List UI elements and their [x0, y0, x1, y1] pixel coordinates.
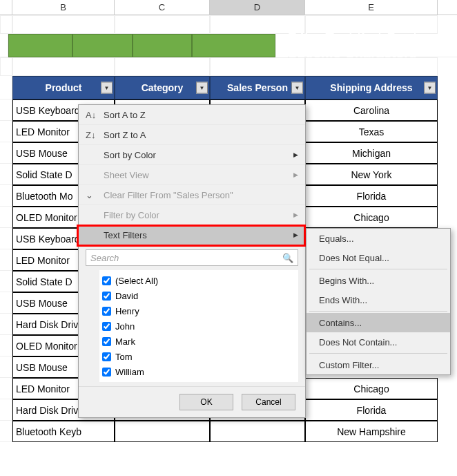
table-cell[interactable]: [210, 421, 305, 442]
table-cell[interactable]: [115, 421, 210, 442]
text-filters-submenu: Equals... Does Not Equal... Begins With.…: [306, 228, 451, 375]
check-tom[interactable]: Tom: [99, 349, 298, 364]
sort-za[interactable]: Z↓Sort Z to A: [79, 125, 305, 145]
banner-title: Filter Text that Contains Specific Chara…: [288, 34, 457, 57]
table-cell[interactable]: Florida: [305, 185, 438, 207]
sort-asc-icon: A↓: [86, 110, 96, 120]
begins-with[interactable]: Begins With...: [307, 271, 450, 290]
header-shipping-address: Shipping Address▼: [305, 76, 438, 99]
filter-button-sales-person[interactable]: ▼: [291, 82, 303, 94]
header-product: Product▼: [12, 76, 115, 99]
cancel-button[interactable]: Cancel: [242, 394, 295, 410]
col-C[interactable]: C: [115, 0, 210, 15]
ok-button[interactable]: OK: [179, 394, 233, 410]
sheet-view: Sheet View▶: [79, 165, 305, 185]
check-henry[interactable]: Henry: [99, 303, 298, 318]
filter-button-category[interactable]: ▼: [196, 82, 208, 94]
clear-filter-icon: ⌄: [86, 190, 93, 200]
ends-with[interactable]: Ends With...: [307, 290, 450, 310]
table-cell[interactable]: New York: [305, 164, 438, 185]
filter-by-color: Filter by Color▶: [79, 205, 305, 225]
separator: [309, 269, 447, 269]
sort-by-color[interactable]: Sort by Color▶: [79, 145, 305, 165]
table-cell[interactable]: Chicago: [305, 378, 438, 399]
table-cell[interactable]: Chicago: [305, 207, 438, 228]
col-E[interactable]: E: [305, 0, 438, 15]
check-select-all[interactable]: (Select All): [99, 273, 298, 288]
search-icon: 🔍: [282, 253, 293, 263]
table-cell[interactable]: Michigan: [305, 142, 438, 164]
check-john[interactable]: John: [99, 318, 298, 334]
sort-desc-icon: Z↓: [86, 130, 95, 140]
filter-dropdown: A↓Sort A to Z Z↓Sort Z to A Sort by Colo…: [78, 104, 306, 418]
button-row: OK Cancel: [79, 386, 305, 417]
sort-az[interactable]: A↓Sort A to Z: [79, 105, 305, 125]
chevron-right-icon: ▶: [293, 151, 298, 158]
chevron-right-icon: ▶: [293, 171, 298, 178]
separator: [309, 311, 447, 312]
table-cell[interactable]: Florida: [305, 399, 438, 421]
equals[interactable]: Equals...: [307, 229, 450, 248]
table-cell[interactable]: Carolina: [305, 99, 438, 121]
chevron-right-icon: ▶: [293, 211, 298, 218]
filter-button-product[interactable]: ▼: [101, 82, 113, 94]
custom-filter[interactable]: Custom Filter...: [307, 355, 450, 374]
filter-button-shipping-address[interactable]: ▼: [424, 82, 436, 94]
col-B[interactable]: B: [12, 0, 115, 15]
col-corner: [0, 0, 12, 15]
check-david[interactable]: David: [99, 288, 298, 303]
table-cell[interactable]: Texas: [305, 121, 438, 142]
chevron-right-icon: ▶: [293, 231, 298, 238]
text-filters[interactable]: Text Filters▶: [79, 225, 305, 245]
header-category: Category▼: [115, 76, 210, 99]
table-cell[interactable]: Bluetooth Keyb: [12, 421, 115, 442]
not-equal[interactable]: Does Not Equal...: [307, 248, 450, 267]
contains[interactable]: Contains...: [307, 313, 450, 332]
column-header-row: B C D E: [0, 0, 457, 15]
separator: [309, 353, 447, 354]
not-contain[interactable]: Does Not Contain...: [307, 332, 450, 352]
table-cell[interactable]: New Hampshire: [305, 421, 438, 442]
header-sales-person: Sales Person▼: [210, 76, 305, 99]
clear-filter: ⌄Clear Filter From "Sales Person": [79, 185, 305, 205]
col-D[interactable]: D: [210, 0, 305, 15]
check-william[interactable]: William: [99, 364, 298, 379]
search-input[interactable]: Search🔍: [86, 249, 298, 266]
check-mark[interactable]: Mark: [99, 334, 298, 349]
filter-checklist: (Select All) David Henry John Mark Tom W…: [99, 270, 298, 382]
